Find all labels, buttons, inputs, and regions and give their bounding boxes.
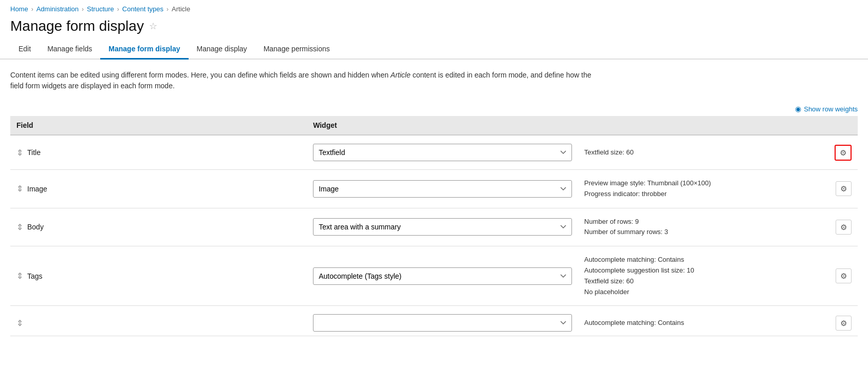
widget-partial-cell — [307, 306, 578, 336]
breadcrumb-administration[interactable]: Administration — [36, 5, 79, 13]
gear-partial-button[interactable]: ⚙ — [836, 316, 852, 331]
drag-handle-title[interactable]: ⇕ — [16, 148, 23, 158]
page-title-area: Manage form display ☆ — [0, 16, 868, 40]
action-title-cell: ⚙ — [816, 135, 858, 170]
fields-table: Field Widget ⇕ Title — [10, 116, 858, 336]
drag-handle-image[interactable]: ⇕ — [16, 184, 23, 194]
breadcrumb-sep-1: › — [31, 6, 33, 13]
col-field: Field — [10, 116, 307, 135]
table-row: ⇕ Tags Autocomplete (Tags style) Autocom… — [10, 246, 858, 306]
widget-partial-select[interactable] — [313, 314, 572, 332]
field-tags-cell: ⇕ Tags — [10, 246, 307, 306]
tab-manage-form-display[interactable]: Manage form display — [100, 40, 188, 60]
summary-body-cell: Number of rows: 9 Number of summary rows… — [578, 208, 816, 246]
action-body-cell: ⚙ — [816, 208, 858, 246]
breadcrumb-sep-3: › — [117, 6, 119, 13]
table-row: ⇕ Title Textfield Textfield size: 60 ⚙ — [10, 135, 858, 170]
field-body-label: Body — [27, 223, 44, 231]
tab-manage-fields[interactable]: Manage fields — [39, 40, 100, 60]
table-row: ⇕ Image Image Preview image style: Thumb… — [10, 170, 858, 208]
breadcrumb-content-types[interactable]: Content types — [122, 5, 163, 13]
field-title-cell: ⇕ Title — [10, 135, 307, 170]
favorite-star-icon[interactable]: ☆ — [149, 21, 157, 32]
widget-tags-select[interactable]: Autocomplete (Tags style) — [313, 267, 572, 285]
widget-title-select[interactable]: Textfield — [313, 144, 572, 161]
summary-partial-cell: Autocomplete matching: Contains — [578, 306, 816, 336]
content-type-name: Article — [391, 71, 411, 79]
gear-tags-button[interactable]: ⚙ — [836, 268, 852, 283]
action-image-cell: ⚙ — [816, 170, 858, 208]
drag-handle-body[interactable]: ⇕ — [16, 222, 23, 232]
description-area: Content items can be edited using differ… — [0, 60, 617, 96]
drag-handle-tags[interactable]: ⇕ — [16, 271, 23, 281]
table-header-row: Field Widget — [10, 116, 858, 135]
summary-title-cell: Textfield size: 60 — [578, 135, 816, 170]
breadcrumb-structure[interactable]: Structure — [87, 5, 114, 13]
summary-image-cell: Preview image style: Thumbnail (100×100)… — [578, 170, 816, 208]
widget-title-cell: Textfield — [307, 135, 578, 170]
tab-manage-display[interactable]: Manage display — [189, 40, 255, 60]
page-title: Manage form display — [10, 18, 144, 34]
widget-body-select[interactable]: Text area with a summary — [313, 218, 572, 236]
col-widget: Widget — [307, 116, 578, 135]
tab-manage-permissions[interactable]: Manage permissions — [255, 40, 338, 60]
action-partial-cell: ⚙ — [816, 306, 858, 336]
widget-image-select[interactable]: Image — [313, 180, 572, 198]
show-row-weights[interactable]: ◉ Show row weights — [10, 102, 858, 116]
widget-body-cell: Text area with a summary — [307, 208, 578, 246]
drag-handle-partial[interactable]: ⇕ — [16, 318, 23, 328]
breadcrumb: Home › Administration › Structure › Cont… — [0, 0, 868, 16]
breadcrumb-sep-4: › — [167, 6, 169, 13]
gear-image-button[interactable]: ⚙ — [836, 181, 852, 196]
eye-icon: ◉ — [795, 105, 801, 113]
field-title-label: Title — [27, 148, 41, 157]
field-tags-label: Tags — [27, 272, 43, 280]
table-container: ◉ Show row weights Field Widget ⇕ — [10, 102, 858, 336]
widget-image-cell: Image — [307, 170, 578, 208]
tabs-bar: Edit Manage fields Manage form display M… — [0, 40, 868, 60]
col-summary — [578, 116, 816, 135]
page-wrapper: Home › Administration › Structure › Cont… — [0, 0, 868, 367]
table-row: ⇕ Autocomplete matching: Contains ⚙ — [10, 306, 858, 336]
tab-edit[interactable]: Edit — [10, 40, 39, 60]
field-image-cell: ⇕ Image — [10, 170, 307, 208]
field-body-cell: ⇕ Body — [10, 208, 307, 246]
breadcrumb-home[interactable]: Home — [10, 5, 28, 13]
summary-tags-cell: Autocomplete matching: Contains Autocomp… — [578, 246, 816, 306]
breadcrumb-article: Article — [172, 5, 190, 13]
widget-tags-cell: Autocomplete (Tags style) — [307, 246, 578, 306]
field-partial-cell: ⇕ — [10, 306, 307, 336]
field-image-label: Image — [27, 185, 47, 193]
breadcrumb-sep-2: › — [82, 6, 84, 13]
action-tags-cell: ⚙ — [816, 246, 858, 306]
show-row-weights-label: Show row weights — [804, 105, 858, 113]
gear-body-button[interactable]: ⚙ — [836, 220, 852, 235]
table-row: ⇕ Body Text area with a summary Number o… — [10, 208, 858, 246]
col-action — [816, 116, 858, 135]
gear-title-button[interactable]: ⚙ — [835, 145, 852, 161]
